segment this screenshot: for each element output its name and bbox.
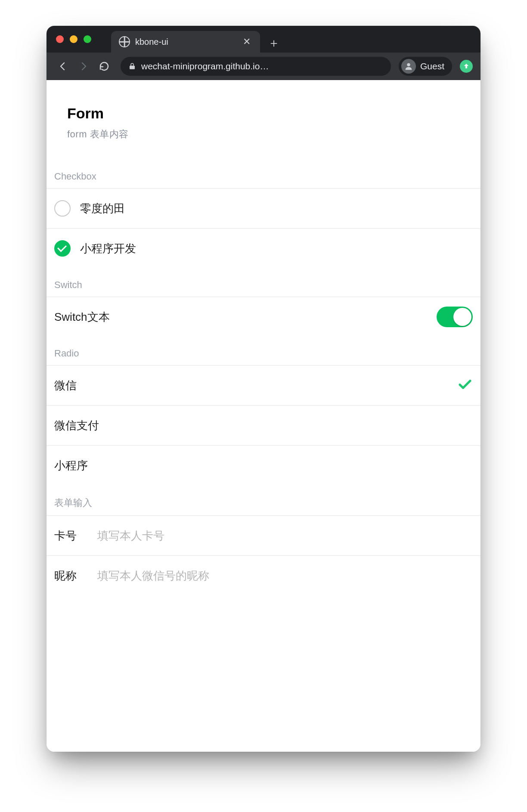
lock-icon xyxy=(128,62,136,70)
extension-badge[interactable] xyxy=(460,60,473,73)
nickname-input[interactable] xyxy=(96,569,473,583)
section-title-checkbox: Checkbox xyxy=(46,160,480,188)
checkmark-icon xyxy=(457,376,473,395)
profile-label: Guest xyxy=(420,61,444,71)
page-header: Form form 表单内容 xyxy=(46,80,480,160)
address-bar[interactable]: wechat-miniprogram.github.io… xyxy=(121,57,391,76)
page-subtitle: form 表单内容 xyxy=(67,128,460,141)
radio-item-2[interactable]: 小程序 xyxy=(46,446,480,485)
window-close-button[interactable] xyxy=(56,35,64,43)
svg-point-0 xyxy=(407,63,410,66)
window-minimize-button[interactable] xyxy=(70,35,78,43)
profile-avatar-icon xyxy=(401,59,416,74)
radio-item-0[interactable]: 微信 xyxy=(46,366,480,406)
address-bar-url: wechat-miniprogram.github.io… xyxy=(141,61,383,71)
browser-tabstrip: kbone-ui ✕ ＋ xyxy=(46,26,480,53)
new-tab-button[interactable]: ＋ xyxy=(260,34,288,53)
input-row-nick: 昵称 xyxy=(46,556,480,595)
radio-group: 微信 微信支付 小程序 xyxy=(46,365,480,485)
radio-label: 微信 xyxy=(54,378,448,393)
checkbox-item-0[interactable]: 零度的田 xyxy=(46,189,480,229)
input-group: 卡号 昵称 xyxy=(46,515,480,595)
checkbox-label: 小程序开发 xyxy=(80,241,473,256)
section-title-inputs: 表单输入 xyxy=(46,485,480,515)
radio-label: 微信支付 xyxy=(54,418,473,433)
section-title-switch: Switch xyxy=(46,268,480,297)
input-row-card: 卡号 xyxy=(46,516,480,556)
radio-item-1[interactable]: 微信支付 xyxy=(46,406,480,446)
checkbox-item-1[interactable]: 小程序开发 xyxy=(46,229,480,268)
tab-close-button[interactable]: ✕ xyxy=(241,37,252,46)
card-number-input[interactable] xyxy=(96,529,473,543)
profile-chip[interactable]: Guest xyxy=(399,57,452,76)
page-content: Form form 表单内容 Checkbox 零度的田 小程序开发 Switc… xyxy=(46,80,480,752)
browser-window: kbone-ui ✕ ＋ wechat-miniprogram.github.i… xyxy=(46,26,480,752)
page-title: Form xyxy=(67,105,460,122)
tab-title: kbone-ui xyxy=(135,37,236,47)
globe-icon xyxy=(119,36,130,47)
window-controls xyxy=(56,35,91,43)
checkbox-icon xyxy=(54,200,71,217)
switch-toggle[interactable] xyxy=(437,307,473,327)
checkbox-group: 零度的田 小程序开发 xyxy=(46,188,480,268)
browser-tab[interactable]: kbone-ui ✕ xyxy=(111,31,260,53)
window-zoom-button[interactable] xyxy=(84,35,91,43)
checkbox-label: 零度的田 xyxy=(80,201,473,216)
switch-group: Switch文本 xyxy=(46,297,480,337)
reload-button[interactable] xyxy=(96,58,113,75)
back-button[interactable] xyxy=(54,58,71,75)
input-label-card: 卡号 xyxy=(54,528,85,543)
input-label-nick: 昵称 xyxy=(54,568,85,583)
browser-toolbar: wechat-miniprogram.github.io… Guest xyxy=(46,53,480,80)
radio-label: 小程序 xyxy=(54,458,473,473)
switch-label: Switch文本 xyxy=(54,310,427,325)
checkbox-checked-icon xyxy=(54,240,71,257)
section-title-radio: Radio xyxy=(46,337,480,365)
switch-row: Switch文本 xyxy=(46,297,480,337)
forward-button[interactable] xyxy=(75,58,92,75)
